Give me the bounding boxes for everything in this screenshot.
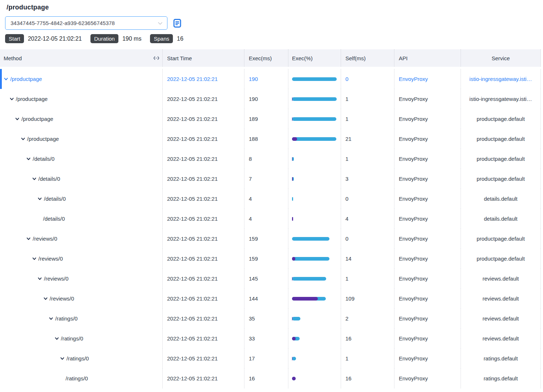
tree-chevron-down-icon[interactable] — [37, 196, 42, 201]
span-exec-pct-cell — [288, 189, 341, 209]
span-exec-ms: 190 — [244, 89, 288, 109]
span-exec-pct-cell — [288, 149, 341, 169]
span-exec-pct-cell — [288, 328, 341, 348]
self-time-bar — [292, 277, 292, 281]
tree-chevron-down-icon[interactable] — [60, 356, 65, 361]
start-badge: Start — [5, 34, 24, 43]
page-title: /productpage — [7, 4, 543, 11]
self-time-bar — [292, 97, 292, 101]
span-row[interactable]: /productpage 2022-12-05 21:02:21 188 21 … — [0, 129, 541, 149]
span-exec-ms: 17 — [244, 348, 288, 368]
span-method: /ratings/0 — [66, 355, 89, 362]
span-exec-pct-cell — [288, 309, 341, 328]
trace-id-select[interactable]: 34347445-7755-4842-a939-623656745378 — [5, 16, 167, 30]
span-service: ratings.default — [461, 368, 541, 388]
span-method: /ratings/0 — [61, 335, 84, 342]
span-method: /details/0 — [33, 156, 54, 162]
span-start-time: 2022-12-05 21:02:21 — [162, 328, 244, 348]
span-row[interactable]: /ratings/0 2022-12-05 21:02:21 33 16 Env… — [0, 328, 541, 348]
tree-chevron-down-icon[interactable] — [37, 276, 42, 281]
self-time-bar — [292, 217, 293, 221]
span-start-time: 2022-12-05 21:02:21 — [162, 289, 244, 309]
span-row[interactable]: /ratings/0 2022-12-05 21:02:21 17 1 Envo… — [0, 348, 541, 368]
span-api: EnvoyProxy — [394, 289, 461, 309]
column-resize-icon[interactable] — [153, 56, 159, 60]
span-exec-ms: 4 — [244, 189, 288, 209]
exec-percent-bar — [292, 117, 336, 121]
span-method: /productpage — [21, 116, 53, 122]
span-row[interactable]: /reviews/0 2022-12-05 21:02:21 145 1 Env… — [0, 269, 541, 289]
span-start-time: 2022-12-05 21:02:21 — [162, 249, 244, 269]
tree-chevron-down-icon[interactable] — [15, 117, 20, 121]
span-start-time: 2022-12-05 21:02:21 — [162, 129, 244, 149]
span-row[interactable]: /ratings/0 2022-12-05 21:02:21 16 16 Env… — [0, 368, 541, 388]
span-exec-pct-cell — [288, 348, 341, 368]
span-exec-ms: 8 — [244, 149, 288, 169]
start-value: 2022-12-05 21:02:21 — [28, 36, 82, 42]
span-exec-ms: 159 — [244, 249, 288, 269]
span-exec-ms: 190 — [244, 69, 288, 89]
span-method: /ratings/0 — [66, 375, 88, 381]
span-exec-ms: 16 — [244, 368, 288, 388]
span-start-time: 2022-12-05 21:02:21 — [162, 348, 244, 368]
span-exec-ms: 33 — [244, 328, 288, 348]
span-exec-ms: 145 — [244, 269, 288, 289]
span-row[interactable]: /productpage 2022-12-05 21:02:21 190 0 E… — [0, 69, 541, 89]
span-exec-ms: 188 — [244, 129, 288, 149]
span-api: EnvoyProxy — [394, 69, 461, 89]
span-exec-pct-cell — [288, 129, 341, 149]
trace-selector-row: 34347445-7755-4842-a939-623656745378 — [5, 16, 543, 30]
span-api: EnvoyProxy — [394, 229, 461, 249]
span-api: EnvoyProxy — [394, 269, 461, 289]
span-start-time: 2022-12-05 21:02:21 — [162, 209, 244, 229]
tree-chevron-down-icon[interactable] — [32, 176, 37, 181]
span-row[interactable]: /reviews/0 2022-12-05 21:02:21 144 109 E… — [0, 289, 541, 309]
span-method: /productpage — [16, 96, 48, 102]
copy-trace-id-button[interactable] — [172, 18, 183, 29]
tree-chevron-down-icon[interactable] — [21, 136, 25, 141]
span-self-ms: 1 — [341, 109, 394, 129]
span-service: reviews.default — [461, 289, 541, 309]
tree-chevron-down-icon[interactable] — [9, 97, 14, 101]
span-self-ms: 14 — [341, 249, 394, 269]
self-time-bar — [292, 337, 296, 340]
span-service: ratings.default — [461, 348, 541, 368]
tree-chevron-down-icon[interactable] — [32, 256, 37, 261]
tree-chevron-down-icon[interactable] — [49, 316, 53, 321]
span-start-time: 2022-12-05 21:02:21 — [162, 269, 244, 289]
span-row[interactable]: /productpage 2022-12-05 21:02:21 189 1 E… — [0, 109, 541, 129]
span-self-ms: 2 — [341, 309, 394, 328]
span-row[interactable]: /reviews/0 2022-12-05 21:02:21 159 0 Env… — [0, 229, 541, 249]
span-row[interactable]: /details/0 2022-12-05 21:02:21 4 0 Envoy… — [0, 189, 541, 209]
exec-percent-bar — [292, 257, 329, 261]
span-self-ms: 21 — [341, 129, 394, 149]
span-row[interactable]: /productpage 2022-12-05 21:02:21 190 1 E… — [0, 89, 541, 109]
span-method: /productpage — [27, 136, 59, 142]
span-method: /ratings/0 — [55, 315, 78, 322]
span-row[interactable]: /reviews/0 2022-12-05 21:02:21 159 14 En… — [0, 249, 541, 269]
duration-badge: Duration — [90, 34, 118, 43]
span-service: istio-ingressgateway.isti… — [461, 69, 541, 89]
span-row[interactable]: /details/0 2022-12-05 21:02:21 7 3 Envoy… — [0, 169, 541, 189]
span-exec-pct-cell — [288, 249, 341, 269]
span-api: EnvoyProxy — [394, 249, 461, 269]
chevron-down-icon[interactable] — [158, 21, 163, 26]
span-start-time: 2022-12-05 21:02:21 — [162, 189, 244, 209]
tree-chevron-down-icon[interactable] — [26, 236, 31, 241]
span-row[interactable]: /ratings/0 2022-12-05 21:02:21 35 2 Envo… — [0, 309, 541, 328]
span-exec-ms: 35 — [244, 309, 288, 328]
tree-chevron-down-icon[interactable] — [4, 77, 8, 81]
span-api: EnvoyProxy — [394, 89, 461, 109]
tree-chevron-down-icon[interactable] — [43, 296, 48, 301]
tree-chevron-down-icon[interactable] — [26, 156, 31, 161]
spans-badge: Spans — [150, 34, 173, 43]
span-start-time: 2022-12-05 21:02:21 — [162, 149, 244, 169]
span-start-time: 2022-12-05 21:02:21 — [162, 309, 244, 328]
span-service: productpage.default — [461, 129, 541, 149]
span-row[interactable]: /details/0 2022-12-05 21:02:21 8 1 Envoy… — [0, 149, 541, 169]
span-table-body: /productpage 2022-12-05 21:02:21 190 0 E… — [0, 69, 541, 388]
span-api: EnvoyProxy — [394, 149, 461, 169]
span-service: productpage.default — [461, 169, 541, 189]
span-row[interactable]: /details/0 2022-12-05 21:02:21 4 4 Envoy… — [0, 209, 541, 229]
tree-chevron-down-icon[interactable] — [54, 336, 59, 341]
